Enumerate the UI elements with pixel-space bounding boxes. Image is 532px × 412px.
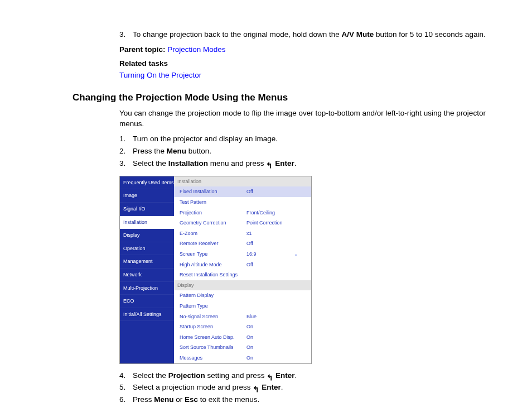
step-5: 5. Select a projection mode and press ↲ … [119,382,487,393]
text: Press [133,395,154,404]
menu-setting-label: Startup Screen [180,323,246,330]
step-number: 3. [119,30,133,40]
menu-right-panel: Installation Fixed InstallationOffTest P… [174,176,311,363]
menu-setting-row: MessagesOn [174,353,311,363]
menu-setting-label: Pattern Type [180,303,246,310]
menu-setting-value: On [246,323,294,330]
menu-setting-label: Screen Type [180,251,246,258]
step-text: To change projection back to the origina… [133,30,487,40]
menu-setting-value: x1 [246,230,294,237]
installation-bold: Installation [168,159,208,167]
text: button for 5 to 10 seconds again. [374,30,485,39]
step-4: 4. Select the Projection setting and pre… [119,371,487,381]
step-2: 2. Press the Menu button. [119,146,487,157]
menu-left-item: Management [120,255,174,269]
text: to exit the menus. [198,395,259,404]
step-number: 5. [119,382,133,393]
menu-section-installation: Installation [174,176,311,187]
enter-bold: Enter [275,159,294,167]
text: button. [186,147,211,155]
menu-setting-row: No-signal ScreenBlue [174,312,311,322]
step-6: 6. Press Menu or Esc to exit the menus. [119,395,487,405]
text: Select a projection mode and press [133,383,253,391]
menu-bold: Menu [154,395,173,404]
step-text: Select the Installation menu and press ↲… [133,159,487,169]
av-mute-bold: A/V Mute [342,30,374,39]
menu-setting-row: Home Screen Auto Disp.On [174,332,311,343]
menu-left-item: Operation [120,242,174,256]
enter-icon: ↲ [266,159,273,170]
menu-setting-row: Pattern Display [174,290,311,301]
enter-bold: Enter [262,383,281,391]
menu-setting-row: Reset Installation Settings [174,270,311,280]
step-number: 2. [119,146,133,157]
menu-setting-row: Screen Type16:9⌄ [174,249,311,260]
related-task-link[interactable]: Turning On the Projector [119,70,487,81]
menu-setting-row: Sort Source ThumbnailsOn [174,342,311,353]
menu-setting-label: Pattern Display [180,292,246,299]
parent-topic-link[interactable]: Projection Modes [167,45,225,54]
menu-setting-value: Front/Ceiling [246,209,294,217]
menu-left-item: Network [120,269,174,282]
enter-bold: Enter [275,371,295,380]
menu-setting-label: Fixed Installation [180,188,246,195]
projection-bold: Projection [168,371,205,380]
step-text: Turn on the projector and display an ima… [133,134,487,145]
menu-setting-row: Fixed InstallationOff [174,186,311,197]
text: . [294,371,297,380]
menu-left-item: Multi-Projection [120,282,174,295]
menu-setting-label: No-signal Screen [180,313,246,320]
menu-setting-label: E-Zoom [180,230,246,237]
section-heading: Changing the Projection Mode Using the M… [72,91,487,104]
enter-icon: ↲ [253,383,259,394]
menu-left-panel: Frequently Used ItemsImageSignal I/OInst… [120,176,174,363]
step-number: 6. [119,395,133,405]
text: or [174,395,185,404]
menu-setting-value [246,199,294,206]
menu-setting-value [246,271,294,279]
text: . [281,383,283,391]
menu-setting-value: Off [246,240,294,247]
menu-left-item: Image [120,189,174,203]
menu-setting-label: Test Pattern [180,199,246,206]
menu-left-item: ECO [120,295,174,308]
menu-setting-value: Off [246,188,294,195]
menu-setting-value: On [246,344,294,351]
menu-setting-label: Projection [180,209,246,217]
text: To change projection back to the origina… [133,30,342,39]
menu-setting-value: Blue [246,313,294,320]
menu-setting-row: Remote ReceiverOff [174,238,311,249]
step-number: 1. [119,134,133,145]
menu-setting-value: Off [246,261,294,269]
parent-topic-line: Parent topic: Projection Modes [119,45,487,55]
step-1: 1. Turn on the projector and display an … [119,134,487,145]
menu-setting-row: High Altitude ModeOff [174,260,311,270]
menu-setting-value [246,303,294,310]
menu-left-item: Initial/All Settings [120,308,174,322]
step-number: 3. [119,159,133,169]
text: Press the [133,147,167,155]
menu-setting-label: Remote Receiver [180,240,246,247]
chevron-down-icon: ⌄ [294,251,298,258]
step-text: Press the Menu button. [133,146,487,157]
menu-setting-row: Geometry CorrectionPoint Correction [174,218,311,228]
menu-setting-row: E-Zoomx1 [174,228,311,239]
menu-bold: Menu [167,147,186,155]
step-3: 3. Select the Installation menu and pres… [119,159,487,169]
menu-setting-value: On [246,334,294,341]
step-text: Press Menu or Esc to exit the menus. [133,395,487,405]
menu-left-item: Display [120,229,174,242]
menu-setting-row: ProjectionFront/Ceiling [174,208,311,218]
menu-setting-value: Point Correction [246,219,294,227]
text: Select the [133,371,168,380]
intro-paragraph: You can change the projection mode to fl… [119,108,487,130]
menu-setting-value: On [246,354,294,362]
text: Select the [133,159,168,167]
menu-section-display: Display [174,280,311,291]
menu-setting-label: High Altitude Mode [180,261,246,269]
projector-menu-screenshot: Frequently Used ItemsImageSignal I/OInst… [119,176,312,364]
menu-setting-label: Sort Source Thumbnails [180,344,246,351]
related-tasks-label: Related tasks [119,59,487,69]
menu-setting-label: Messages [180,354,246,362]
menu-setting-label: Home Screen Auto Disp. [180,334,246,341]
